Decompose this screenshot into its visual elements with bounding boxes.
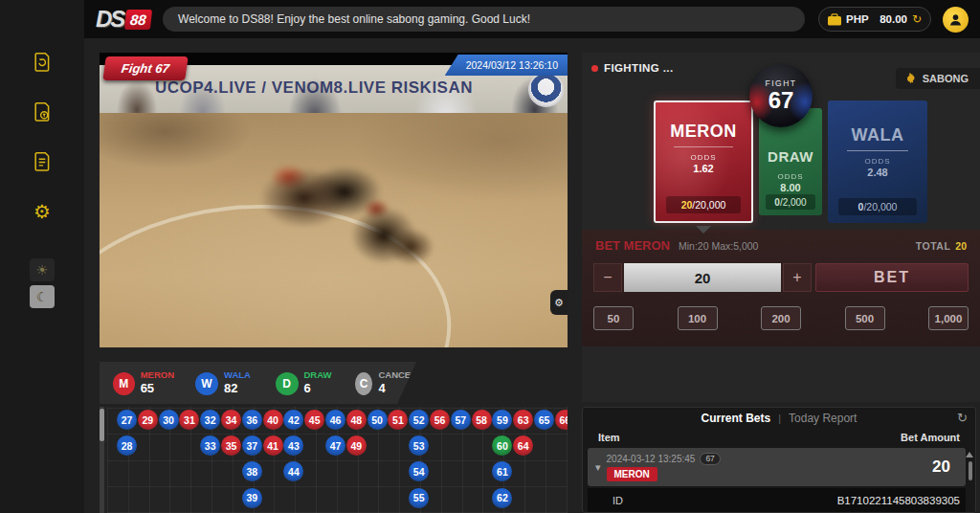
balance-refresh-icon[interactable]: ↻	[912, 12, 922, 26]
card-bet-limit: /20,000	[863, 201, 897, 212]
bets-scrollbar-thumb[interactable]	[969, 461, 972, 480]
meron-dot: M	[113, 372, 135, 395]
result-circle-meron: 35	[221, 435, 241, 456]
result-circle-wala: 57	[451, 410, 471, 430]
bet-card-meron[interactable]: MERON ODDS 1.62 20/20,000	[654, 100, 753, 223]
bet-card-wala[interactable]: WALA ODDS 2.48 0/20,000	[828, 100, 927, 223]
stream-watermark: UCOP4.LIVE / VENOM8.LIVE RISKISAN	[155, 78, 568, 98]
stat-value: 4	[378, 381, 416, 396]
scrollbar-thumb[interactable]	[100, 409, 104, 441]
bet-timestamp: 2024-03-12 13:25:45	[607, 454, 696, 464]
total-label: TOTAL	[916, 240, 951, 252]
result-circle-meron: 58	[472, 410, 492, 430]
bet-header: BET MERON Min:20 Max:5,000 TOTAL20	[582, 230, 980, 253]
live-video-panel: UCOP4.LIVE / VENOM8.LIVE RISKISAN Fight …	[100, 53, 568, 347]
tab-today-report[interactable]: Today Report	[789, 412, 857, 425]
quick-200[interactable]: 200	[761, 306, 801, 330]
odds-label: ODDS	[828, 157, 927, 166]
wallet-pill[interactable]: PHP 80.00 ↻	[818, 7, 931, 32]
quick-1000[interactable]: 1,000	[928, 306, 969, 330]
selected-card-pointer	[696, 226, 711, 234]
balance-value: 80.00	[880, 13, 907, 25]
card-title: WALA	[828, 125, 927, 145]
result-circle-meron: 41	[263, 435, 283, 456]
stat-draw: D DRAW6	[276, 369, 335, 396]
draw-dot: D	[276, 372, 299, 395]
card-title: DRAW	[759, 148, 822, 165]
bet-button[interactable]: BET	[815, 263, 969, 292]
result-circle-wala: 47	[325, 435, 345, 456]
reports-icon[interactable]	[28, 147, 56, 176]
welcome-text: Welcome to DS88! Enjoy the best online s…	[178, 12, 530, 26]
result-circle-meron: 34	[221, 410, 241, 430]
quick-500[interactable]: 500	[845, 306, 885, 330]
card-bet-total: 20/20,000	[666, 196, 741, 213]
card-bet-limit: /20,000	[692, 199, 725, 211]
stat-label: MERON	[141, 369, 174, 381]
tab-sabong[interactable]: SABONG	[896, 68, 980, 89]
bet-zone: BET MERON Min:20 Max:5,000 TOTAL20 − 20 …	[582, 230, 980, 346]
decrease-button[interactable]: −	[593, 263, 622, 292]
rooster-silhouette	[322, 188, 446, 283]
bet-records-icon[interactable]	[28, 98, 56, 126]
result-circle-meron: 45	[304, 410, 324, 430]
chevron-down-icon[interactable]: ▾	[595, 461, 601, 474]
results-scrollbar[interactable]	[100, 407, 104, 513]
tab-current-bets[interactable]: Current Bets	[702, 412, 771, 425]
refresh-bets-icon[interactable]: ↻	[957, 411, 968, 425]
odds-label: ODDS	[759, 172, 822, 181]
odds-value: 2.48	[828, 167, 927, 178]
bets-column-headers: Item Bet Amount	[583, 429, 975, 446]
quick-100[interactable]: 100	[678, 306, 718, 330]
result-circle-meron: 64	[513, 435, 533, 456]
quick-50[interactable]: 50	[593, 306, 634, 330]
result-circle-wala: 32	[200, 410, 220, 430]
current-bets-panel: Current Bets | Today Report ↻ Item Bet A…	[582, 407, 976, 513]
bet-row-info: 2024-03-12 13:25:4567 MERON	[607, 453, 721, 481]
increase-button[interactable]: +	[783, 263, 812, 292]
amount-input[interactable]: 20	[624, 263, 781, 292]
id-value: B1710221145803839305	[837, 495, 960, 506]
stat-value: 6	[304, 381, 332, 396]
stream-timestamp: 2024/03/12 13:26:10	[445, 55, 568, 76]
stat-label: CANCEL	[378, 369, 416, 381]
ds88-logo[interactable]: DS 88	[96, 6, 151, 33]
result-circle-wala: 54	[409, 461, 429, 481]
dark-mode-icon[interactable]: ☾	[30, 285, 55, 308]
cancel-dot: C	[355, 372, 372, 395]
video-quality-button[interactable]: ⚙	[550, 290, 568, 315]
topbar: DS 88 Welcome to DS88! Enjoy the best on…	[84, 0, 980, 38]
result-circle-wala: 55	[409, 488, 429, 508]
result-circle-meron: 56	[430, 410, 450, 430]
theme-toggle: ☀ ☾	[30, 258, 55, 308]
result-circle-meron: 29	[138, 410, 158, 430]
result-circle-meron: 40	[263, 410, 283, 430]
wala-dot: W	[195, 372, 218, 395]
rooster-icon	[904, 72, 918, 85]
result-circle-wala: 65	[534, 410, 554, 430]
col-item: Item	[598, 432, 620, 443]
results-grid: 2729303132343640424546485051525657585963…	[100, 407, 568, 513]
bets-scroll-up-arrow[interactable]	[966, 452, 973, 457]
currency-label: PHP	[846, 13, 869, 25]
col-bet-amount: Bet Amount	[901, 432, 960, 443]
results-stats-bar: M MERON65 W WALA82 D DRAW6 C CANCEL4	[100, 362, 416, 404]
fight-number-sphere: FIGHT 67	[749, 64, 813, 127]
results-grid-cells: 2729303132343640424546485051525657585963…	[107, 407, 568, 513]
welcome-marquee: Welcome to DS88! Enjoy the best online s…	[163, 7, 805, 32]
user-avatar[interactable]	[943, 7, 969, 33]
bet-detail-row: ID B1710221145803839305	[588, 488, 966, 512]
wallet-icon	[828, 13, 841, 26]
fight-number-badge: Fight 67	[102, 56, 188, 80]
settings-icon[interactable]: ⚙	[28, 197, 56, 226]
light-mode-icon[interactable]: ☀	[30, 258, 55, 281]
fight-panel: FIGHTING ... SABONG FIGHT 67 MERON ODDS …	[582, 53, 980, 402]
odds-value: 1.62	[656, 163, 751, 174]
bet-fight-no-badge: 67	[700, 453, 720, 465]
result-circle-wala: 61	[492, 461, 512, 481]
bet-row[interactable]: ▾ 2024-03-12 13:25:4567 MERON 20	[588, 448, 966, 486]
result-circle-meron: 51	[388, 410, 408, 430]
game-history-icon[interactable]	[28, 48, 56, 77]
result-circle-wala: 37	[242, 435, 262, 456]
odds-value: 8.00	[759, 182, 822, 193]
